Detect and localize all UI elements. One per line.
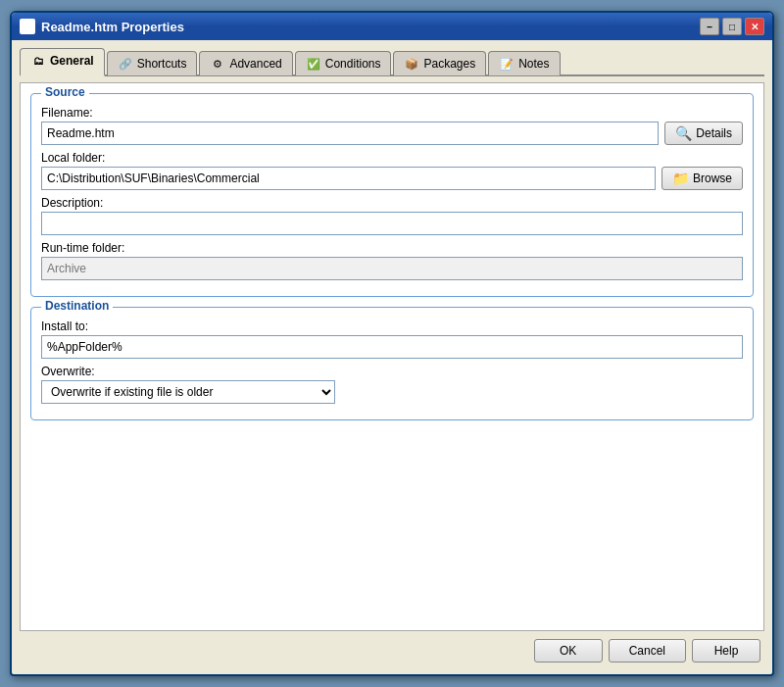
local-folder-row: Local folder: 📁 Browse [41, 151, 743, 190]
tab-shortcuts[interactable]: 🔗 Shortcuts [107, 51, 198, 75]
advanced-tab-icon: ⚙ [210, 56, 225, 72]
tab-notes[interactable]: 📝 Notes [488, 51, 560, 75]
tab-general[interactable]: 🗂 General [20, 48, 105, 76]
description-label: Description: [41, 196, 743, 210]
cancel-button[interactable]: Cancel [609, 639, 686, 662]
window-icon [20, 19, 35, 34]
maximize-button[interactable]: □ [722, 18, 742, 35]
runtime-folder-row: Run-time folder: [41, 241, 743, 280]
tab-packages-label: Packages [423, 57, 475, 71]
title-bar-text: Readme.htm Properties [20, 19, 184, 34]
source-section-title: Source [41, 85, 89, 99]
destination-section-title: Destination [41, 299, 113, 313]
title-bar: Readme.htm Properties – □ ✕ [12, 13, 772, 40]
tab-bar: 🗂 General 🔗 Shortcuts ⚙ Advanced ✅ Condi… [20, 46, 764, 76]
minimize-button[interactable]: – [700, 18, 719, 35]
local-folder-label: Local folder: [41, 151, 743, 165]
title-controls: – □ ✕ [700, 18, 764, 35]
tab-advanced-label: Advanced [229, 57, 281, 71]
conditions-tab-icon: ✅ [306, 56, 321, 72]
tab-packages[interactable]: 📦 Packages [393, 51, 486, 75]
destination-section: Destination Install to: Overwrite: Overw… [30, 307, 754, 420]
overwrite-label: Overwrite: [41, 365, 743, 378]
tab-general-label: General [50, 54, 94, 68]
filename-input-row: 🔍 Details [41, 122, 743, 145]
window-title: Readme.htm Properties [41, 20, 184, 34]
browse-btn-label: Browse [693, 172, 732, 185]
general-tab-icon: 🗂 [30, 53, 46, 69]
install-to-input[interactable] [41, 335, 743, 359]
filename-row: Filename: 🔍 Details [41, 106, 743, 145]
tab-conditions-label: Conditions [325, 57, 381, 71]
overwrite-row: Overwrite: Overwrite if existing file is… [41, 365, 743, 404]
dialog-footer: OK Cancel Help [20, 631, 764, 666]
filename-label: Filename: [41, 106, 743, 120]
main-window: Readme.htm Properties – □ ✕ 🗂 General 🔗 … [10, 11, 774, 676]
description-row: Description: [41, 196, 743, 235]
overwrite-select[interactable]: Overwrite if existing file is older Alwa… [41, 380, 335, 404]
details-btn-label: Details [696, 126, 732, 140]
local-folder-input-row: 📁 Browse [41, 167, 743, 190]
source-section: Source Filename: 🔍 Details Local folder: [30, 93, 754, 297]
tab-advanced[interactable]: ⚙ Advanced [199, 51, 292, 75]
description-input[interactable] [41, 212, 743, 235]
details-button[interactable]: 🔍 Details [664, 122, 743, 145]
tab-shortcuts-label: Shortcuts [137, 57, 187, 71]
shortcuts-tab-icon: 🔗 [118, 56, 133, 72]
install-to-label: Install to: [41, 319, 743, 333]
install-to-row: Install to: [41, 319, 743, 359]
window-body: 🗂 General 🔗 Shortcuts ⚙ Advanced ✅ Condi… [12, 40, 772, 674]
close-button[interactable]: ✕ [745, 18, 764, 35]
packages-tab-icon: 📦 [404, 56, 419, 72]
local-folder-input[interactable] [41, 167, 656, 190]
notes-tab-icon: 📝 [499, 56, 514, 72]
tab-conditions[interactable]: ✅ Conditions [295, 51, 392, 75]
help-button[interactable]: Help [692, 639, 760, 662]
browse-button[interactable]: 📁 Browse [662, 167, 743, 190]
ok-button[interactable]: OK [534, 639, 603, 662]
browse-icon: 📁 [672, 171, 689, 186]
details-icon: 🔍 [675, 125, 692, 141]
runtime-folder-input[interactable] [41, 257, 743, 280]
main-content: Source Filename: 🔍 Details Local folder: [20, 82, 764, 631]
runtime-folder-label: Run-time folder: [41, 241, 743, 255]
filename-input[interactable] [41, 122, 659, 145]
tab-notes-label: Notes [518, 57, 549, 71]
